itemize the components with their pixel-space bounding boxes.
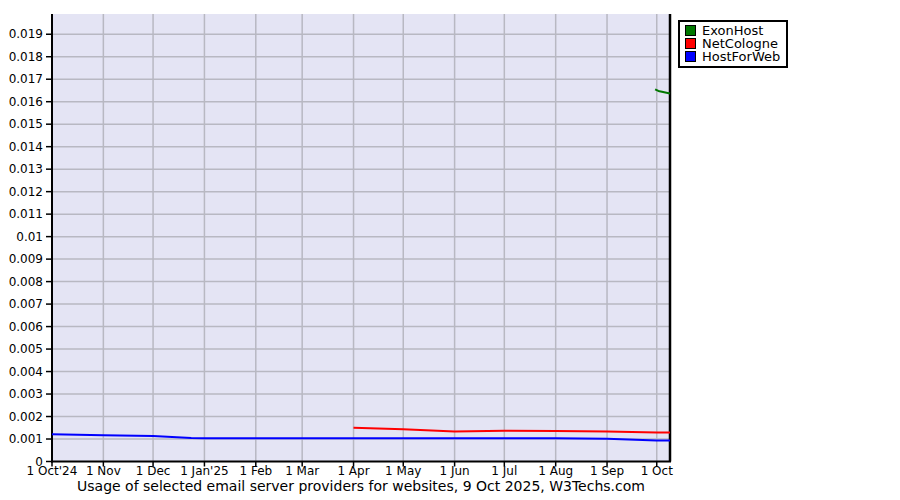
legend-label: HostForWeb bbox=[702, 50, 780, 63]
y-tick-label: 0.019 bbox=[9, 27, 43, 41]
x-tick-label: 1 Oct'24 bbox=[27, 464, 78, 478]
x-tick-label: 1 Jan'25 bbox=[180, 464, 229, 478]
x-tick-label: 1 Sep bbox=[590, 464, 624, 478]
y-tick-label: 0.018 bbox=[9, 50, 43, 64]
y-tick-label: 0.011 bbox=[9, 207, 43, 221]
y-tick-label: 0.013 bbox=[9, 162, 43, 176]
y-tick-label: 0.003 bbox=[9, 387, 43, 401]
y-tick-label: 0.002 bbox=[9, 410, 43, 424]
x-tick-label: 1 Dec bbox=[136, 464, 171, 478]
y-tick-label: 0.004 bbox=[9, 365, 43, 379]
x-tick-label: 1 Apr bbox=[337, 464, 369, 478]
x-tick-label: 1 May bbox=[385, 464, 421, 478]
y-tick-label: 0.001 bbox=[9, 432, 43, 446]
legend: ExonHostNetCologneHostForWeb bbox=[678, 20, 788, 68]
legend-swatch-hostforweb bbox=[685, 51, 696, 62]
x-tick-label: 1 Nov bbox=[86, 464, 121, 478]
y-tick-label: 0.015 bbox=[9, 117, 43, 131]
legend-item-hostforweb: HostForWeb bbox=[685, 50, 780, 63]
y-tick-label: 0.008 bbox=[9, 275, 43, 289]
y-tick-label: 0.006 bbox=[9, 320, 43, 334]
x-tick-label: 1 Aug bbox=[538, 464, 573, 478]
legend-swatch-netcologne bbox=[685, 38, 696, 49]
y-tick-label: 0.012 bbox=[9, 185, 43, 199]
y-tick-label: 0.016 bbox=[9, 95, 43, 109]
x-tick-label: 1 Mar bbox=[285, 464, 319, 478]
y-tick-label: 0.007 bbox=[9, 297, 43, 311]
x-tick-label: 1 Feb bbox=[239, 464, 272, 478]
y-tick-label: 0.009 bbox=[9, 252, 43, 266]
y-tick-label: 0.014 bbox=[9, 140, 43, 154]
x-tick-label: 1 Jun bbox=[440, 464, 470, 478]
x-tick-label: 1 Oct bbox=[641, 464, 673, 478]
chart-title: Usage of selected email server providers… bbox=[52, 478, 670, 494]
usage-chart-svg: 00.0010.0020.0030.0040.0050.0060.0070.00… bbox=[0, 0, 900, 500]
y-tick-label: 0.017 bbox=[9, 72, 43, 86]
y-tick-label: 0.005 bbox=[9, 342, 43, 356]
legend-swatch-exonhost bbox=[685, 25, 696, 36]
chart-canvas: 00.0010.0020.0030.0040.0050.0060.0070.00… bbox=[0, 0, 900, 500]
x-tick-label: 1 Jul bbox=[491, 464, 517, 478]
y-tick-label: 0.01 bbox=[16, 230, 43, 244]
